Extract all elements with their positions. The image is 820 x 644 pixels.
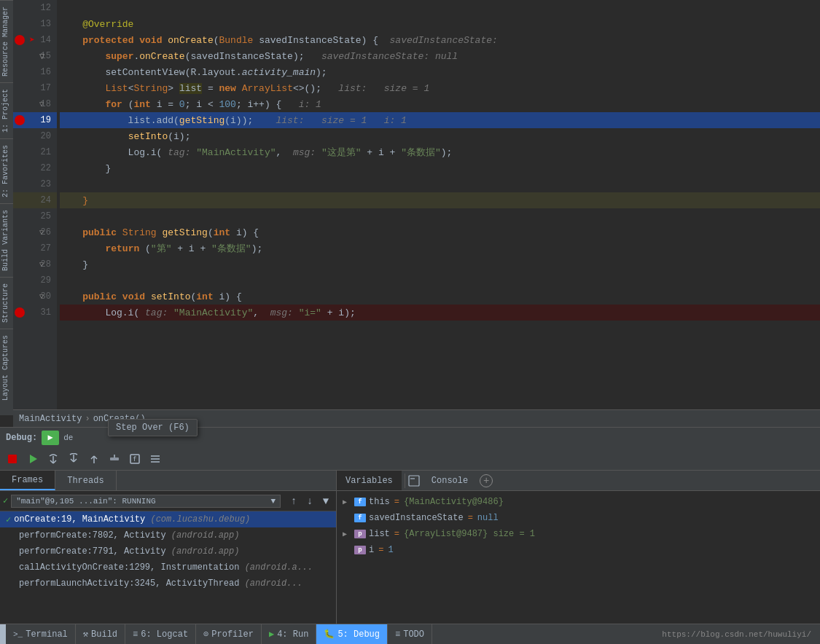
line-num-23: 23 [13,176,57,192]
frame-name-3: callActivityOnCreate:1299, Instrumentati… [19,562,313,573]
code-line-17: List<String> list = new ArrayList<>(); l… [60,80,820,96]
code-line-20: setInto(i); [60,128,820,144]
breakpoint-14[interactable] [15,35,25,45]
code-line-21: Log.i( tag: "MainActivity", msg: "这是第" +… [60,144,820,160]
var-item-list[interactable]: ▶ p list = {ArrayList@9487} size = 1 [337,526,820,542]
settings-button[interactable] [146,449,165,468]
line-num-21: 21 [13,144,57,160]
frame-item-0[interactable]: ✓ onCreate:19, MainActivity (com.lucashu… [0,511,336,527]
breadcrumb-part1[interactable]: MainActivity [19,414,82,424]
line-num-15: 15 ▽ [13,48,57,64]
frame-item-3[interactable]: callActivityOnCreate:1299, Instrumentati… [0,559,336,576]
line-num-19[interactable]: 19 [13,112,57,128]
code-line-14: protected void onCreate(Bundle savedInst… [60,32,820,48]
code-line-16: setContentView(R.layout.activity_main); [60,64,820,80]
thread-dropdown[interactable]: "main"@9,105 ...ain": RUNNING ▼ [11,495,281,508]
line-num-13: 13 [13,16,57,32]
frame-check-icon: ✓ [6,514,11,525]
build-icon: ⚒ [83,629,88,640]
step-over-button[interactable] [44,449,63,468]
side-tab-favorites[interactable]: 2: Favorites [0,138,13,203]
run-icon: ▶ [269,629,274,640]
debug-run-btn[interactable]: ▶ [42,431,59,445]
status-terminal[interactable]: >_ Terminal [6,624,76,644]
evaluate-button[interactable]: f [125,449,144,468]
breakpoint-19[interactable] [15,115,25,125]
thread-up-btn[interactable]: ↑ [286,494,301,508]
editor-area: 12 13 14 ➤ 15 ▽ 16 17 18 ▽ [13,0,820,415]
terminal-icon: >_ [13,630,23,639]
side-tab-structure[interactable]: Structure [0,277,13,329]
code-lines: @Override protected void onCreate(Bundle… [57,0,820,415]
code-line-15: super.onCreate(savedInstanceState); save… [60,48,820,64]
var-icon-i: p [354,546,366,554]
line-num-26: 26 ▽ [13,224,57,240]
expand-list[interactable]: ▶ [343,530,351,538]
status-bar: >_ Terminal ⚒ Build ≡ 6: Logcat ⊙ Profil… [0,624,820,644]
side-tab-resource[interactable]: Resource Manager [0,0,13,82]
step-out-button[interactable] [85,449,104,468]
side-tab-project[interactable]: 1: Project [0,82,13,138]
code-line-12 [60,0,820,16]
status-logcat[interactable]: ≡ 6: Logcat [125,624,196,644]
debug-content: Frames Threads ✓ "main"@9,105 ...ain": R… [0,471,820,624]
todo-icon: ≡ [395,629,400,640]
profiler-icon: ⊙ [203,629,208,640]
side-tab-layout[interactable]: Layout Captures [0,329,13,407]
debug-label: Debug: [6,433,37,443]
status-profiler[interactable]: ⊙ Profiler [196,624,262,644]
frame-name-4: performLaunchActivity:3245, ActivityThre… [19,578,302,589]
code-line-24: } [60,192,820,208]
line-num-12: 12 [13,0,57,16]
tooltip-step-over: Step Over (F6) [108,419,198,436]
frame-item-1[interactable]: performCreate:7802, Activity (android.ap… [0,527,336,543]
svg-rect-10 [110,458,119,460]
variables-list: ▶ f this = {MainActivity@9486} f savedIn… [337,491,820,624]
code-line-19: list.add(getSting(i)); list: size = 1 i:… [60,112,820,128]
frame-name-0: onCreate:19, MainActivity (com.lucashu.d… [14,514,250,525]
status-debug[interactable]: 🐛 5: Debug [316,624,388,644]
status-run[interactable]: ▶ 4: Run [262,624,316,644]
var-item-this[interactable]: ▶ f this = {MainActivity@9486} [337,494,820,510]
tab-frames[interactable]: Frames [0,471,55,490]
var-item-i[interactable]: p i = 1 [337,542,820,558]
code-line-22: } [60,160,820,176]
line-num-25: 25 [13,208,57,224]
frame-item-4[interactable]: performLaunchActivity:3245, ActivityThre… [0,576,336,592]
frame-item-2[interactable]: performCreate:7791, Activity (android.ap… [0,543,336,559]
svg-rect-17 [409,476,419,486]
line-num-14[interactable]: 14 ➤ [13,32,57,48]
thread-filter-btn[interactable]: ▼ [319,494,333,508]
code-line-31: Log.i( tag: "MainActivity", msg: "i=" + … [60,305,820,321]
status-build[interactable]: ⚒ Build [76,624,125,644]
thread-down-btn[interactable]: ↓ [302,494,317,508]
side-tab-build[interactable]: Build Variants [0,203,13,277]
debug-panel: Debug: ▶ de [0,427,820,624]
breakpoint-31[interactable] [15,307,25,318]
add-watch-btn[interactable]: + [480,474,493,487]
stop-button[interactable] [3,449,22,468]
tab-console[interactable]: Console [423,471,477,490]
run-to-cursor-button[interactable] [105,449,124,468]
status-todo[interactable]: ≡ TODO [388,624,432,644]
expand-this[interactable]: ▶ [343,498,351,506]
frame-name-1: performCreate:7802, Activity (android.ap… [19,530,239,541]
tab-threads[interactable]: Threads [55,471,116,490]
svg-marker-0 [30,455,37,463]
var-item-savedinstancestate[interactable]: f savedInstanceState = null [337,510,820,526]
var-icon-saved: f [354,514,366,522]
line-numbers: 12 13 14 ➤ 15 ▽ 16 17 18 ▽ [13,0,57,415]
tab-variables[interactable]: Variables [337,471,402,490]
step-into-button[interactable] [64,449,83,468]
var-icon-this: f [354,498,366,506]
debug-left-panel: Frames Threads ✓ "main"@9,105 ...ain": R… [0,471,337,624]
debug-session: de [63,433,73,442]
thread-nav-buttons: ↑ ↓ ▼ [286,494,333,508]
line-num-18: 18 ▽ [13,96,57,112]
line-num-31[interactable]: 31 [13,305,57,321]
status-url: https://blog.csdn.net/huwuliyi/ [653,630,820,639]
resume-button[interactable] [23,449,42,468]
code-line-18: for (int i = 0; i < 100; i++) { i: 1 [60,96,820,112]
line-num-17: 17 [13,80,57,96]
line-num-20: 20 [13,128,57,144]
